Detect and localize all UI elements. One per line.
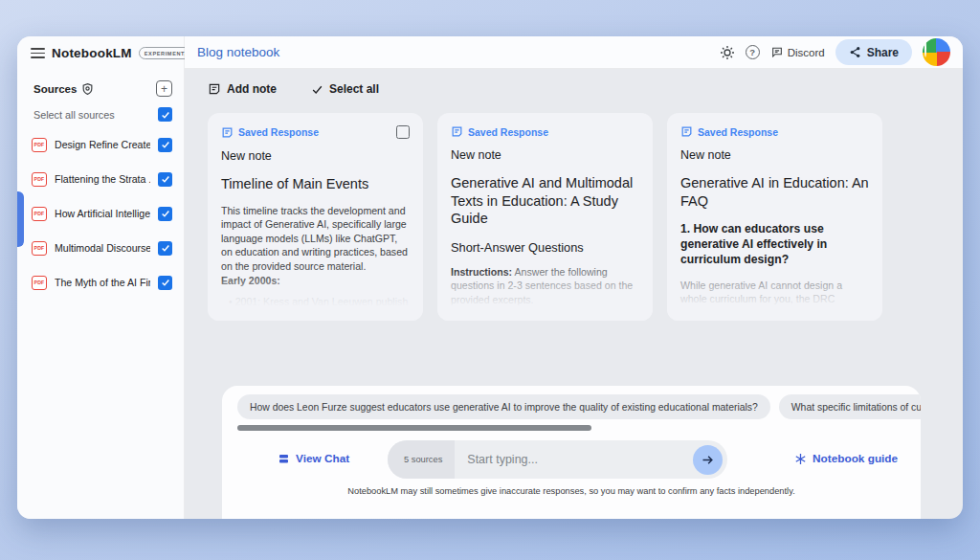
- chat-input[interactable]: [455, 453, 693, 466]
- avatar-photo: [924, 39, 926, 57]
- pdf-icon: PDF: [32, 207, 47, 221]
- saved-response-card[interactable]: Saved Response New note Generative AI an…: [437, 113, 653, 321]
- notebook-guide-label: Notebook guide: [813, 452, 898, 465]
- arrow-right-icon: [701, 453, 715, 467]
- add-note-button[interactable]: Add note: [208, 82, 277, 96]
- shield-icon: [81, 82, 94, 96]
- pdf-icon: PDF: [32, 276, 47, 290]
- source-item[interactable]: PDF Multimodal Discourse ...: [32, 239, 172, 257]
- view-chat-icon: [278, 453, 290, 464]
- source-label: Design Refine Create: ...: [55, 139, 150, 150]
- brand-title: NotebookLM: [52, 46, 132, 60]
- chat-bubble-icon: [770, 46, 784, 58]
- note-type-label: New note: [680, 148, 869, 162]
- source-checkbox[interactable]: [158, 138, 172, 152]
- sparkle-icon: [794, 453, 807, 465]
- note-title: Generative AI in Education: An FAQ: [680, 174, 869, 210]
- suggestion-chip[interactable]: What specific limitations of current gen…: [779, 394, 921, 419]
- select-all-notes-button[interactable]: Select all: [311, 82, 379, 96]
- menu-icon[interactable]: [31, 48, 45, 58]
- source-checkbox[interactable]: [158, 207, 172, 221]
- theme-toggle-icon[interactable]: [720, 45, 735, 60]
- source-checkbox[interactable]: [158, 241, 172, 256]
- notes-toolbar: Add note Select all: [208, 82, 379, 96]
- chat-input-pill: 5 sources: [388, 440, 727, 479]
- pdf-icon: PDF: [32, 172, 47, 187]
- note-section: Short-Answer Questions: [451, 240, 639, 255]
- instructions-label: Instructions:: [451, 266, 512, 278]
- saved-response-tag: Saved Response: [698, 126, 778, 138]
- notebook-title: Blog notebook: [197, 45, 279, 59]
- saved-response-icon: [221, 126, 234, 139]
- note-body: Instructions: Answer the following quest…: [451, 265, 639, 307]
- saved-response-icon: [451, 125, 463, 138]
- top-header: Blog notebook ? Discord: [185, 36, 963, 69]
- share-label: Share: [867, 46, 899, 59]
- share-button[interactable]: Share: [835, 39, 912, 65]
- user-avatar[interactable]: [923, 38, 950, 66]
- select-all-sources-row: Select all sources: [33, 107, 172, 122]
- add-note-icon: [208, 82, 221, 96]
- sources-count-badge: 5 sources: [388, 440, 455, 479]
- select-all-notes-label: Select all: [329, 82, 379, 96]
- add-note-label: Add note: [227, 82, 277, 96]
- source-checkbox[interactable]: [158, 172, 172, 187]
- saved-response-card[interactable]: Saved Response New note Generative AI in…: [667, 113, 882, 321]
- source-item[interactable]: PDF Design Refine Create: ...: [32, 136, 172, 153]
- help-icon[interactable]: ?: [746, 45, 760, 59]
- source-item[interactable]: PDF The Myth of the AI Fir...: [32, 274, 172, 291]
- notebook-guide-button[interactable]: Notebook guide: [794, 452, 898, 465]
- header-actions: ? Discord Share: [720, 38, 963, 66]
- sources-sidebar: NotebookLM EXPERIMENTAL Sources + Select…: [17, 36, 185, 519]
- suggestion-chip[interactable]: How does Leon Furze suggest educators us…: [237, 394, 770, 419]
- saved-response-tag: Saved Response: [468, 126, 548, 138]
- disclaimer-text: NotebookLM may still sometimes give inac…: [222, 486, 921, 496]
- note-type-label: New note: [451, 148, 639, 162]
- source-label: Multimodal Discourse ...: [55, 242, 150, 254]
- view-chat-button[interactable]: View Chat: [278, 452, 349, 465]
- note-bullet: • 2001: Kress and Van Leeuwen publish: [221, 296, 410, 307]
- pdf-icon: PDF: [32, 241, 47, 256]
- sidebar-scroll-indicator[interactable]: [17, 191, 24, 247]
- add-source-button[interactable]: +: [156, 80, 172, 97]
- note-type-label: New note: [221, 149, 410, 163]
- source-label: Flattening the Strata ...: [55, 173, 150, 185]
- note-body: This timeline tracks the development and…: [221, 204, 410, 288]
- note-question: 1. How can educators use generative AI e…: [680, 222, 869, 268]
- pdf-icon: PDF: [32, 138, 47, 152]
- app-window: NotebookLM EXPERIMENTAL Sources + Select…: [17, 36, 963, 519]
- sources-label: Sources: [33, 83, 77, 95]
- note-body: While generative AI cannot design a whol…: [680, 279, 869, 321]
- share-icon: [849, 46, 861, 58]
- source-item[interactable]: PDF Flattening the Strata ...: [32, 170, 172, 188]
- send-button[interactable]: [693, 445, 723, 475]
- source-checkbox[interactable]: [158, 276, 172, 290]
- select-all-sources-label: Select all sources: [33, 109, 115, 121]
- note-title: Timeline of Main Events: [221, 175, 410, 193]
- source-label: How Artificial Intellige...: [55, 208, 150, 219]
- chips-scrollbar[interactable]: [237, 425, 591, 431]
- note-checkbox[interactable]: [396, 125, 410, 139]
- view-chat-label: View Chat: [296, 452, 349, 465]
- select-all-sources-checkbox[interactable]: [158, 107, 172, 122]
- check-icon: [311, 83, 323, 96]
- discord-link[interactable]: Discord: [770, 46, 825, 58]
- sources-header: Sources +: [33, 80, 172, 97]
- saved-response-card[interactable]: Saved Response New note Timeline of Main…: [208, 113, 423, 321]
- saved-response-icon: [680, 125, 693, 138]
- chat-controls: View Chat 5 sources: [222, 440, 921, 479]
- chat-panel: How does Leon Furze suggest educators us…: [222, 386, 921, 519]
- discord-label: Discord: [788, 47, 825, 58]
- source-item[interactable]: PDF How Artificial Intellige...: [32, 205, 172, 222]
- note-title: Generative AI and Multimodal Texts in Ed…: [451, 174, 639, 228]
- suggested-questions: How does Leon Furze suggest educators us…: [237, 394, 921, 419]
- saved-response-tag: Saved Response: [238, 126, 319, 138]
- source-label: The Myth of the AI Fir...: [55, 277, 150, 288]
- logo-row: NotebookLM EXPERIMENTAL: [31, 46, 198, 60]
- note-subheading: Early 2000s:: [221, 275, 280, 286]
